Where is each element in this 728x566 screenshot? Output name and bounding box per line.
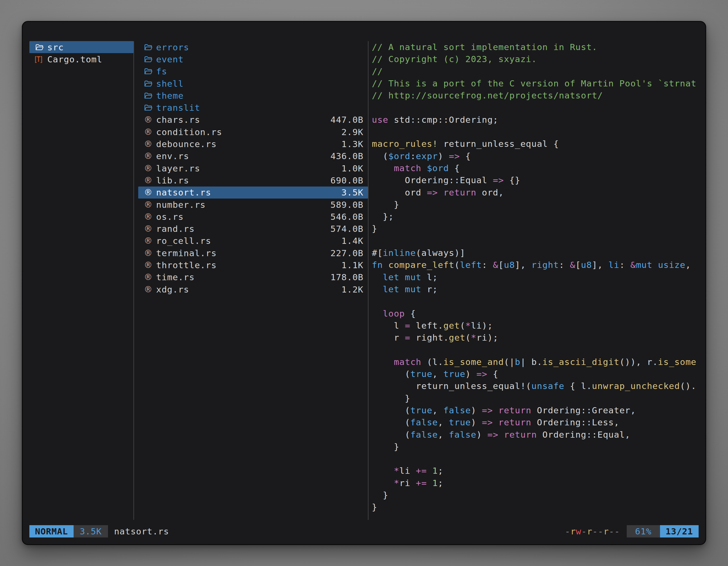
file-row-shell[interactable]: shell bbox=[138, 78, 368, 90]
file-name: src bbox=[47, 42, 64, 52]
folder-icon bbox=[144, 91, 153, 100]
file-name: condition.rs bbox=[156, 127, 222, 137]
rust-file-icon: ® bbox=[144, 224, 153, 234]
code-line: match $ord { bbox=[372, 162, 701, 174]
file-name: fs bbox=[156, 66, 167, 76]
rust-file-icon: ® bbox=[144, 188, 153, 197]
file-size: 447.0B bbox=[327, 115, 363, 125]
rust-file-icon: ® bbox=[144, 139, 153, 149]
code-line: ($ord:expr) => { bbox=[372, 150, 701, 162]
code-line: fn compare_left(left: &[u8], right: &[u8… bbox=[372, 259, 701, 271]
file-row-cargo-toml[interactable]: [T]Cargo.toml bbox=[29, 53, 133, 65]
code-line: // This is a port of the C version of Ma… bbox=[372, 78, 701, 90]
current-pane: errors event fs shell theme translit®cha… bbox=[138, 41, 368, 295]
file-row-layer-rs[interactable]: ®layer.rs1.0K bbox=[138, 162, 368, 174]
file-row-src[interactable]: src bbox=[29, 41, 133, 53]
file-row-theme[interactable]: theme bbox=[138, 90, 368, 102]
file-name: os.rs bbox=[156, 212, 184, 222]
code-line: macro_rules! return_unless_equal { bbox=[372, 138, 701, 150]
code-line: // http://sourcefrog.net/projects/natsor… bbox=[372, 90, 701, 102]
file-name: terminal.rs bbox=[156, 248, 217, 258]
toml-file-icon: [T] bbox=[35, 55, 44, 64]
file-row-errors[interactable]: errors bbox=[138, 41, 368, 53]
code-line bbox=[372, 126, 701, 138]
code-line bbox=[372, 295, 701, 307]
file-size: 1.2K bbox=[338, 284, 363, 294]
code-line: // bbox=[372, 65, 701, 78]
mode-badge: NORMAL bbox=[29, 525, 74, 537]
file-size-badge: 3.5K bbox=[74, 525, 108, 537]
file-row-event[interactable]: event bbox=[138, 53, 368, 65]
rust-file-icon: ® bbox=[144, 212, 153, 222]
cursor-position-badge: 13/21 bbox=[660, 525, 699, 537]
status-bar: NORMAL 3.5K natsort.rs -rw-r--r-- 61% 13… bbox=[29, 525, 699, 537]
file-size: 690.0B bbox=[327, 175, 363, 186]
file-name: xdg.rs bbox=[156, 284, 189, 294]
file-name: shell bbox=[156, 79, 184, 89]
file-name: event bbox=[156, 54, 184, 64]
file-row-terminal-rs[interactable]: ®terminal.rs227.0B bbox=[138, 247, 368, 259]
code-line: Ordering::Equal => {} bbox=[372, 174, 701, 186]
code-line: match (l.is_some_and(|b| b.is_ascii_digi… bbox=[372, 356, 701, 368]
code-line: // Copyright (c) 2023, sxyazi. bbox=[372, 53, 701, 65]
file-row-throttle-rs[interactable]: ®throttle.rs1.1K bbox=[138, 259, 368, 271]
rust-file-icon: ® bbox=[144, 127, 153, 137]
parent-pane: src[T]Cargo.toml bbox=[29, 41, 133, 65]
file-row-natsort-rs[interactable]: ®natsort.rs3.5K bbox=[138, 187, 368, 199]
code-line: let mut l; bbox=[372, 271, 701, 283]
file-row-debounce-rs[interactable]: ®debounce.rs1.3K bbox=[138, 138, 368, 150]
file-row-translit[interactable]: translit bbox=[138, 102, 368, 114]
file-name: time.rs bbox=[156, 272, 195, 282]
rust-file-icon: ® bbox=[144, 236, 153, 246]
file-row-os-rs[interactable]: ®os.rs546.0B bbox=[138, 211, 368, 223]
rust-file-icon: ® bbox=[144, 115, 153, 125]
file-row-chars-rs[interactable]: ®chars.rs447.0B bbox=[138, 114, 368, 126]
file-size: 1.1K bbox=[338, 260, 363, 270]
folder-icon bbox=[35, 43, 44, 52]
code-line: } bbox=[372, 441, 701, 453]
rust-file-icon: ® bbox=[144, 248, 153, 258]
file-size: 1.3K bbox=[338, 139, 363, 149]
status-filename: natsort.rs bbox=[114, 525, 169, 537]
code-line: return_unless_equal!(unsafe { l.unwrap_u… bbox=[372, 380, 701, 392]
code-line: } bbox=[372, 199, 701, 211]
file-row-env-rs[interactable]: ®env.rs436.0B bbox=[138, 150, 368, 162]
file-name: Cargo.toml bbox=[47, 54, 102, 64]
file-name: lib.rs bbox=[156, 175, 189, 186]
file-name: layer.rs bbox=[156, 163, 200, 173]
terminal-window: src[T]Cargo.toml errors event fs shell t… bbox=[22, 21, 706, 545]
rust-file-icon: ® bbox=[144, 285, 153, 294]
file-size: 589.0B bbox=[327, 200, 363, 210]
file-row-lib-rs[interactable]: ®lib.rs690.0B bbox=[138, 174, 368, 186]
file-row-fs[interactable]: fs bbox=[138, 65, 368, 78]
rust-file-icon: ® bbox=[144, 200, 153, 210]
pane-divider bbox=[368, 41, 368, 520]
rust-file-icon: ® bbox=[144, 261, 153, 270]
code-line: } bbox=[372, 501, 701, 513]
scroll-percent-badge: 61% bbox=[627, 525, 660, 537]
file-name: translit bbox=[156, 103, 200, 113]
pane-divider bbox=[133, 41, 134, 520]
file-row-rand-rs[interactable]: ®rand.rs574.0B bbox=[138, 223, 368, 235]
file-row-time-rs[interactable]: ®time.rs178.0B bbox=[138, 271, 368, 283]
file-row-xdg-rs[interactable]: ®xdg.rs1.2K bbox=[138, 283, 368, 295]
code-line: (false, false) => return Ordering::Equal… bbox=[372, 429, 701, 441]
file-row-number-rs[interactable]: ®number.rs589.0B bbox=[138, 199, 368, 211]
preview-pane[interactable]: // A natural sort implementation in Rust… bbox=[372, 41, 701, 513]
file-name: ro_cell.rs bbox=[156, 236, 211, 246]
folder-icon bbox=[144, 43, 153, 52]
code-line: }; bbox=[372, 211, 701, 223]
code-line: r = right.get(*ri); bbox=[372, 332, 701, 344]
rust-file-icon: ® bbox=[144, 151, 153, 161]
file-name: errors bbox=[156, 42, 189, 52]
file-row-condition-rs[interactable]: ®condition.rs2.9K bbox=[138, 126, 368, 138]
code-line bbox=[372, 453, 701, 465]
code-line: } bbox=[372, 392, 701, 404]
file-row-ro-cell-rs[interactable]: ®ro_cell.rs1.4K bbox=[138, 235, 368, 247]
code-line: use std::cmp::Ordering; bbox=[372, 114, 701, 126]
rust-file-icon: ® bbox=[144, 273, 153, 282]
code-line: *ri += 1; bbox=[372, 477, 701, 489]
file-size: 2.9K bbox=[338, 127, 363, 137]
file-name: throttle.rs bbox=[156, 260, 217, 270]
code-line bbox=[372, 344, 701, 356]
